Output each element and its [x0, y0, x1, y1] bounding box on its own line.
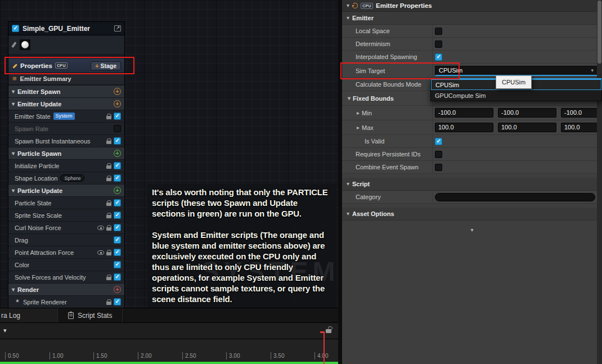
combine-event-spawn-checkbox[interactable]	[435, 164, 442, 171]
row-determinism[interactable]: Determinism	[342, 38, 602, 51]
module-enabled-checkbox[interactable]	[114, 249, 121, 256]
is-valid-checkbox[interactable]	[435, 138, 442, 145]
module-particle-state[interactable]: Particle State	[8, 196, 124, 209]
module-enabled-checkbox[interactable]	[114, 125, 121, 132]
module-enabled-checkbox[interactable]	[114, 236, 121, 244]
details-scrollbar[interactable]	[597, 0, 602, 364]
group-render[interactable]: Render	[8, 283, 124, 295]
interpolated-spawning-checkbox[interactable]	[435, 53, 442, 61]
module-spawn-burst[interactable]: Spawn Burst Instantaneous	[8, 134, 124, 147]
lock-icon	[106, 165, 111, 169]
tab-niagara-log[interactable]: ra Log	[0, 308, 58, 322]
timeline-track-row[interactable]	[0, 323, 338, 339]
category-script[interactable]: Script	[342, 178, 602, 191]
timeline-range-bar[interactable]	[0, 362, 338, 364]
category-text-field[interactable]	[435, 193, 595, 201]
row-max[interactable]: Max 100.0 100.0 100.0	[342, 120, 602, 135]
chevron-down-icon[interactable]	[12, 151, 15, 156]
chevron-down-icon[interactable]	[3, 327, 7, 333]
module-initialize-particle[interactable]: Initialize Particle	[8, 159, 124, 172]
chevron-down-icon[interactable]	[348, 96, 351, 101]
category-asset-options[interactable]: Asset Options	[342, 208, 602, 221]
max-y-field[interactable]: 100.0	[498, 123, 556, 132]
chevron-down-icon[interactable]	[12, 89, 15, 95]
row-sim-target[interactable]: Sim Target CPUSim ▾	[342, 64, 602, 78]
module-enabled-checkbox[interactable]	[114, 212, 121, 219]
open-external-icon[interactable]	[114, 25, 121, 32]
min-z-field[interactable]: -100.0	[561, 108, 602, 118]
max-z-field[interactable]: 100.0	[561, 123, 602, 132]
unlock-icon[interactable]	[326, 329, 331, 333]
max-x-field[interactable]: 100.0	[435, 123, 493, 132]
visibility-eye-icon[interactable]	[97, 226, 104, 230]
timeline-playhead[interactable]	[324, 331, 325, 364]
module-color[interactable]: Color	[8, 258, 124, 271]
emitter-properties-row[interactable]: Properties CPU + Stage	[8, 59, 124, 73]
group-emitter-spawn[interactable]: Emitter Spawn	[8, 85, 124, 97]
eyedropper-icon[interactable]	[11, 42, 17, 48]
row-min[interactable]: Min -100.0 -100.0 -100.0	[342, 106, 602, 120]
add-module-icon[interactable]	[114, 88, 121, 95]
module-solve-forces-velocity[interactable]: Solve Forces and Velocity	[8, 271, 124, 283]
chevron-down-icon[interactable]	[347, 3, 349, 8]
min-y-field[interactable]: -100.0	[498, 108, 556, 118]
emitter-node-header[interactable]: Simple_GPU_Emitter	[8, 21, 124, 35]
emitter-summary-row[interactable]: Emitter Summary	[8, 73, 124, 85]
min-x-field[interactable]: -100.0	[435, 108, 493, 118]
panel-divider[interactable]	[338, 0, 342, 364]
module-spawn-rate[interactable]: Spawn Rate	[8, 122, 124, 134]
local-space-checkbox[interactable]	[435, 28, 442, 35]
module-enabled-checkbox[interactable]	[114, 162, 121, 169]
module-drag[interactable]: Drag	[8, 233, 124, 246]
scrollbar-thumb[interactable]	[597, 1, 601, 64]
add-renderer-icon[interactable]	[114, 286, 121, 293]
add-module-icon[interactable]	[114, 100, 121, 107]
module-enabled-checkbox[interactable]	[114, 174, 121, 182]
determinism-checkbox[interactable]	[435, 41, 442, 48]
chevron-down-icon[interactable]	[347, 15, 349, 21]
category-emitter[interactable]: Emitter	[342, 12, 602, 25]
module-enabled-checkbox[interactable]	[114, 224, 121, 231]
group-emitter-update[interactable]: Emitter Update	[8, 97, 124, 110]
group-particle-spawn[interactable]: Particle Spawn	[8, 147, 124, 159]
module-enabled-checkbox[interactable]	[114, 261, 121, 268]
module-sprite-renderer[interactable]: Sprite Renderer	[8, 295, 124, 308]
module-point-attraction-force[interactable]: Point Attraction Force	[8, 246, 124, 258]
module-enabled-checkbox[interactable]	[114, 199, 121, 206]
module-enabled-checkbox[interactable]	[114, 273, 121, 281]
row-interpolated-spawning[interactable]: Interpolated Spawning	[342, 51, 602, 64]
chevron-right-icon[interactable]	[357, 110, 360, 116]
timeline-ruler[interactable]: 0.50 1.00 1.50 2.00 2.50 3.00 3.50 4.00	[0, 339, 338, 364]
chevron-down-icon[interactable]	[347, 181, 349, 187]
emitter-enabled-checkbox[interactable]	[12, 25, 19, 32]
add-module-icon[interactable]	[114, 187, 121, 194]
details-header[interactable]: CPU Emitter Properties	[342, 0, 602, 12]
row-category[interactable]: Category	[342, 191, 602, 204]
tab-script-stats[interactable]: Script Stats	[58, 308, 123, 322]
row-local-space[interactable]: Local Space	[342, 25, 602, 38]
chevron-down-icon[interactable]	[12, 101, 15, 107]
chevron-down-icon[interactable]	[12, 188, 15, 194]
add-module-icon[interactable]	[114, 150, 121, 157]
module-curl-noise-force[interactable]: Curl Noise Force	[8, 221, 124, 233]
dropdown-option-gpucompute-sim[interactable]: GPUCompute Sim	[431, 90, 601, 101]
module-enabled-checkbox[interactable]	[114, 137, 121, 145]
row-requires-persistent-ids[interactable]: Requires Persistent IDs	[342, 148, 602, 161]
module-sprite-size-scale[interactable]: Sprite Size Scale	[8, 209, 124, 221]
module-enabled-checkbox[interactable]	[114, 113, 121, 120]
row-combine-event-spawn[interactable]: Combine Event Spawn	[342, 161, 602, 174]
visibility-eye-icon[interactable]	[97, 250, 104, 255]
module-enabled-checkbox[interactable]	[114, 298, 121, 305]
row-is-valid[interactable]: Is Valid	[342, 135, 602, 148]
emitter-thumbnail[interactable]	[20, 39, 30, 50]
sim-target-dropdown[interactable]: CPUSim ▾	[435, 66, 597, 76]
chevron-right-icon[interactable]	[357, 125, 360, 131]
add-stage-button[interactable]: + Stage	[91, 61, 121, 70]
details-expander[interactable]	[342, 225, 602, 235]
module-emitter-state[interactable]: Emitter State System	[8, 110, 124, 122]
requires-persistent-ids-checkbox[interactable]	[435, 151, 442, 158]
chevron-down-icon[interactable]	[347, 211, 349, 217]
group-particle-update[interactable]: Particle Update	[8, 184, 124, 196]
chevron-down-icon[interactable]	[12, 287, 15, 293]
module-shape-location[interactable]: Shape Location Sphere	[8, 172, 124, 184]
